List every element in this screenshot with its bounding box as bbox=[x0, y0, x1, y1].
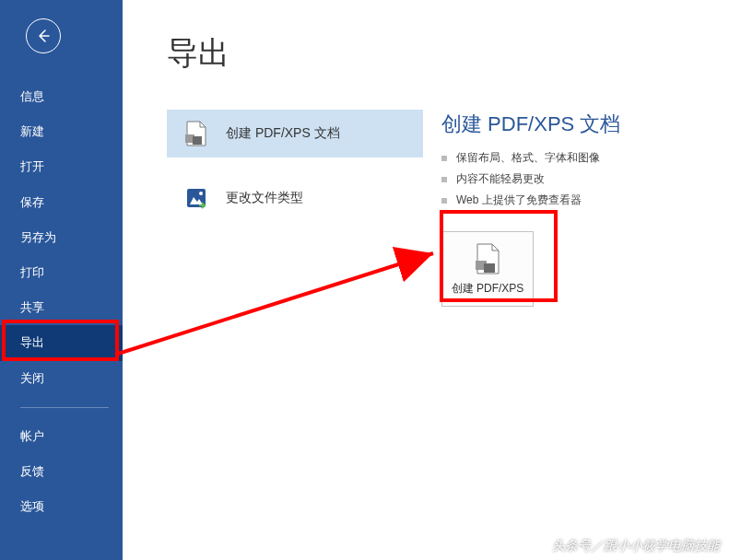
detail-bullet: Web 上提供了免费查看器 bbox=[441, 190, 620, 211]
page-title: 导出 bbox=[167, 32, 441, 75]
nav-label: 导出 bbox=[20, 335, 44, 349]
detail-title: 创建 PDF/XPS 文档 bbox=[441, 111, 620, 138]
svg-rect-5 bbox=[484, 263, 495, 273]
nav-label: 选项 bbox=[20, 499, 44, 513]
nav-label: 打开 bbox=[20, 159, 44, 173]
pdf-doc-icon bbox=[471, 242, 504, 275]
nav-divider bbox=[20, 407, 109, 408]
export-detail-panel: 创建 PDF/XPS 文档 保留布局、格式、字体和图像 内容不能轻易更改 Web… bbox=[441, 32, 620, 560]
nav-item-save-as[interactable]: 另存为 bbox=[0, 220, 123, 255]
export-option-label: 更改文件类型 bbox=[226, 190, 303, 206]
nav-label: 另存为 bbox=[20, 230, 56, 244]
nav-item-options[interactable]: 选项 bbox=[0, 489, 123, 524]
export-option-label: 创建 PDF/XPS 文档 bbox=[226, 125, 340, 142]
nav-item-open[interactable]: 打开 bbox=[0, 149, 123, 184]
nav-item-export[interactable]: 导出 bbox=[0, 325, 123, 360]
nav-label: 帐户 bbox=[20, 429, 44, 443]
nav-item-print[interactable]: 打印 bbox=[0, 255, 123, 290]
nav-label: 共享 bbox=[20, 300, 44, 314]
nav-item-save[interactable]: 保存 bbox=[0, 185, 123, 220]
nav-label: 新建 bbox=[20, 124, 44, 138]
export-option-change-file-type[interactable]: 更改文件类型 bbox=[167, 174, 423, 222]
detail-bullets: 保留布局、格式、字体和图像 内容不能轻易更改 Web 上提供了免费查看器 bbox=[441, 147, 620, 211]
nav-item-feedback[interactable]: 反馈 bbox=[0, 454, 123, 489]
nav-label: 关闭 bbox=[20, 371, 44, 385]
pdf-doc-icon bbox=[183, 121, 209, 146]
change-type-icon bbox=[183, 185, 209, 211]
svg-point-3 bbox=[199, 192, 203, 195]
button-label: 创建 PDF/XPS bbox=[452, 281, 524, 297]
detail-bullet: 内容不能轻易更改 bbox=[441, 169, 620, 190]
nav-label: 保存 bbox=[20, 195, 44, 209]
nav-item-share[interactable]: 共享 bbox=[0, 290, 123, 325]
back-arrow-icon bbox=[35, 28, 52, 44]
export-option-create-pdf-xps[interactable]: 创建 PDF/XPS 文档 bbox=[167, 110, 423, 158]
detail-bullet: 保留布局、格式、字体和图像 bbox=[441, 147, 620, 169]
backstage-sidebar: 信息 新建 打开 保存 另存为 打印 共享 导出 关闭 帐户 反馈 选项 bbox=[0, 0, 123, 560]
svg-rect-1 bbox=[193, 136, 202, 145]
main-content: 导出 创建 PDF/XPS 文档 bbox=[123, 0, 729, 560]
nav-item-new[interactable]: 新建 bbox=[0, 114, 123, 149]
back-button[interactable] bbox=[26, 18, 61, 53]
nav-item-close[interactable]: 关闭 bbox=[0, 361, 123, 396]
create-pdf-xps-button[interactable]: 创建 PDF/XPS bbox=[441, 231, 534, 307]
nav-label: 信息 bbox=[20, 89, 44, 103]
nav-label: 反馈 bbox=[20, 464, 44, 478]
nav-label: 打印 bbox=[20, 265, 44, 279]
nav-item-info[interactable]: 信息 bbox=[0, 79, 123, 114]
nav-item-account[interactable]: 帐户 bbox=[0, 419, 123, 454]
export-options-list: 创建 PDF/XPS 文档 更改文件类型 bbox=[167, 110, 423, 239]
